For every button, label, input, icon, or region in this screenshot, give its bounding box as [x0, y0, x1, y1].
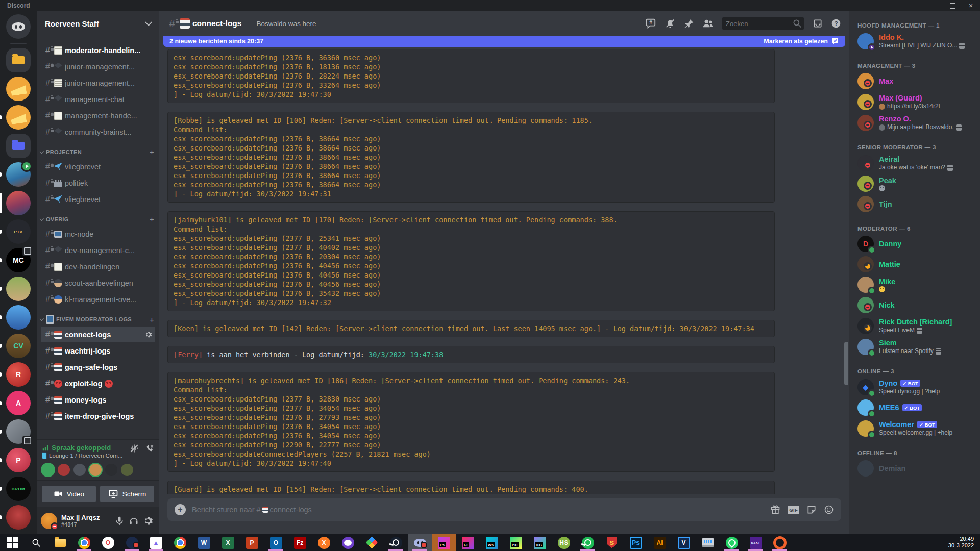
channel-gang-safe-logs[interactable]: #gang-safe-logs — [41, 359, 155, 375]
create-channel-icon[interactable]: + — [150, 315, 154, 324]
discord-taskbar[interactable] — [408, 534, 432, 551]
channel-junior-management-[interactable]: #junior-management... — [41, 75, 155, 91]
channel-management-chat[interactable]: #management-chat — [41, 91, 155, 107]
powerpoint[interactable]: P — [240, 534, 264, 551]
gif-icon[interactable]: GIF — [788, 506, 799, 514]
filezilla[interactable]: Fz — [288, 534, 312, 551]
new-messages-bar[interactable]: 2 nieuwe berichten sinds 20:37 Markeren … — [163, 36, 845, 47]
mark-as-read-button[interactable]: Markeren als gelezen — [764, 37, 839, 45]
server-icon-server-cheese-1[interactable] — [6, 77, 31, 101]
channel-vliegbrevet[interactable]: #vliegbrevet — [41, 159, 155, 174]
server-icon-server-brom[interactable]: BROM — [6, 477, 31, 501]
heidisql[interactable]: HS — [552, 534, 576, 551]
datagrip[interactable]: DG — [528, 534, 552, 551]
taskbar-search[interactable] — [24, 534, 48, 551]
guild-header[interactable]: Roerveen Staff — [37, 11, 159, 36]
nzxt-cam[interactable]: NZXT — [744, 534, 768, 551]
server-icon-server-dog[interactable] — [6, 277, 31, 301]
screenshare-button[interactable]: Scherm — [100, 486, 154, 502]
gift-icon[interactable] — [770, 505, 780, 515]
create-channel-icon[interactable]: + — [150, 147, 154, 156]
opera[interactable]: O — [96, 534, 120, 551]
channel-topic[interactable]: Boswaldo was here — [256, 20, 316, 28]
channel-mc-node[interactable]: #mc-node — [41, 226, 155, 242]
headphones-icon[interactable] — [127, 514, 141, 528]
mic-icon[interactable] — [112, 514, 127, 528]
server-icon-server-city-island[interactable] — [6, 162, 31, 187]
attach-plus-icon[interactable]: + — [175, 504, 186, 515]
vegas[interactable]: V — [672, 534, 696, 551]
color-wheel-app[interactable] — [168, 534, 192, 551]
create-channel-icon[interactable]: + — [150, 215, 154, 223]
server-icon-server-folder-blue[interactable] — [6, 134, 31, 158]
help-icon[interactable]: ? — [831, 18, 841, 29]
member-row[interactable]: MEE6✓ BOT — [853, 397, 976, 418]
message-input[interactable]: Bericht sturen naar # connect-logs — [192, 506, 764, 514]
sticker-icon[interactable] — [806, 505, 817, 515]
member-row[interactable]: Max (Guard)https://bit.ly/3s14r2l — [853, 91, 976, 112]
server-icon-server-boy[interactable] — [6, 305, 31, 330]
pin-icon[interactable] — [684, 18, 694, 29]
server-icon-server-road-gray[interactable] — [6, 419, 31, 444]
channel-junior-management-[interactable]: #junior-management... — [41, 59, 155, 74]
excel[interactable]: X — [216, 534, 240, 551]
shield-s-app[interactable]: S — [600, 534, 624, 551]
server-icon-server-road-pink[interactable]: A — [6, 391, 31, 415]
gear-icon[interactable] — [144, 331, 152, 338]
photoshop[interactable]: Ps — [624, 534, 648, 551]
file-explorer[interactable] — [48, 534, 72, 551]
minimize-button[interactable] — [925, 0, 943, 11]
search-input[interactable]: Zoeken — [722, 17, 804, 30]
channel-moderator-handelin-[interactable]: #moderator-handelin... — [41, 42, 155, 58]
origin[interactable] — [768, 534, 792, 551]
server-icon-server-cv[interactable]: CV — [6, 334, 31, 358]
member-row[interactable]: ◆Dyno✓ BOTSpeelt dyno.gg | ?help — [853, 377, 976, 397]
steam[interactable] — [384, 534, 408, 551]
member-row[interactable]: Renzo O.Mijn aap heet Boswaldo. — [853, 112, 976, 133]
member-row[interactable]: Demian — [853, 458, 976, 479]
category-projecten[interactable]: PROJECTEN+ — [37, 140, 159, 158]
member-row[interactable]: Iddo K.Streamt [LIVE] WIJ ZIJN O... — [853, 31, 976, 52]
channel-community-brainst-[interactable]: #community-brainst... — [41, 124, 155, 140]
server-icon-server-party[interactable]: P+V — [6, 219, 31, 244]
chat-scrollbar[interactable] — [844, 342, 848, 385]
channel-dev-management-c-[interactable]: #dev-management-c... — [41, 242, 155, 258]
avatar[interactable] — [41, 513, 57, 529]
server-icon-discord-home[interactable] — [6, 14, 31, 39]
close-button[interactable]: × — [962, 0, 980, 11]
browser-with-notification[interactable] — [120, 534, 144, 551]
phpstorm[interactable]: PS — [432, 534, 456, 551]
category-overig[interactable]: OVERIG+ — [37, 208, 159, 226]
github-desktop[interactable] — [336, 534, 360, 551]
voice-channel[interactable]: Lounge 1 / Roerveen Com... — [42, 452, 122, 459]
inbox-icon[interactable] — [813, 18, 823, 29]
illustrator[interactable]: Ai — [648, 534, 672, 551]
webstorm[interactable]: WS — [480, 534, 504, 551]
server-icon-server-folder-yellow[interactable] — [6, 48, 31, 72]
member-row[interactable]: Mattie — [853, 254, 976, 274]
member-list-icon[interactable] — [702, 18, 714, 29]
server-icon-server-city-red[interactable] — [6, 191, 31, 215]
notifications-muted-icon[interactable] — [665, 18, 676, 29]
channel-management-hande-[interactable]: #management-hande... — [41, 108, 155, 123]
video-button[interactable]: Video — [42, 486, 96, 502]
word[interactable]: W — [192, 534, 216, 551]
server-icon-server-mc-node[interactable]: MC — [6, 248, 31, 272]
channel-kl-management-ove-[interactable]: #kl-management-ove... — [41, 291, 155, 307]
member-row[interactable]: Peak — [853, 173, 976, 194]
server-icon-server-r[interactable]: R — [6, 362, 31, 387]
channel-connect-logs[interactable]: #connect-logs — [41, 327, 155, 342]
pycharm[interactable]: PC — [504, 534, 528, 551]
server-icon-server-car[interactable] — [6, 505, 31, 530]
channel-vliegbrevet[interactable]: #vliegbrevet — [41, 191, 155, 207]
server-icon-server-p[interactable]: P — [6, 448, 31, 472]
channel-scout-aanbevelingen[interactable]: #scout-aanbevelingen — [41, 275, 155, 291]
member-row[interactable]: Mike — [853, 274, 976, 295]
channel-politiek[interactable]: #politiek — [41, 175, 155, 191]
disconnect-call-icon[interactable] — [145, 444, 154, 453]
chrome[interactable] — [72, 534, 96, 551]
diagram-app[interactable] — [360, 534, 384, 551]
channel-money-logs[interactable]: #money-logs — [41, 392, 155, 408]
category-fivem-moderator-logs[interactable]: FIVEM MODERATOR LOGS+ — [37, 308, 159, 326]
server-icon-server-cheese-2[interactable] — [6, 105, 31, 130]
